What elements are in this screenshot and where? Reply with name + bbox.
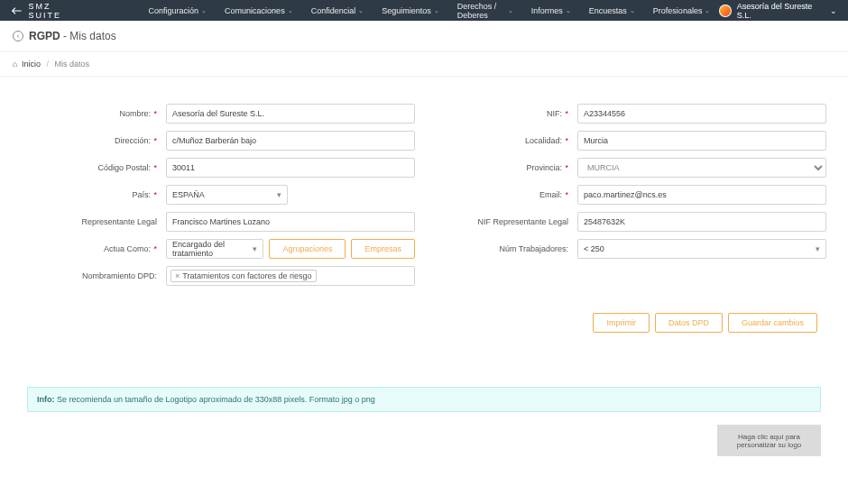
action-bar: Imprimir Datos DPD Guardar cambios [22, 313, 826, 333]
nombre-input[interactable] [166, 104, 415, 124]
info-banner: Info: Se recomienda un tamaño de Logotip… [27, 387, 821, 412]
user-company: Asesoría del Sureste S.L. [737, 2, 825, 20]
nav-item-1[interactable]: Comunicaciones⌄ [216, 2, 302, 20]
direccion-input[interactable] [166, 131, 415, 151]
nav-item-7[interactable]: Profesionales⌄ [644, 2, 720, 20]
rep-input[interactable] [166, 212, 415, 232]
page-header: ‹ RGPD - Mis datos [0, 21, 848, 52]
chevron-down-icon: ⌄ [201, 7, 207, 14]
nav-item-3[interactable]: Seguimientos⌄ [373, 2, 448, 20]
provincia-select[interactable]: MURCIA [577, 158, 826, 178]
agrupaciones-button[interactable]: Agrupaciones [269, 239, 346, 259]
chevron-down-icon: ▾ [277, 190, 281, 199]
nif-input[interactable] [577, 104, 826, 124]
localidad-input[interactable] [577, 131, 826, 151]
nav-item-5[interactable]: Informes⌄ [522, 2, 580, 20]
logo-icon [11, 5, 23, 17]
nav-item-4[interactable]: Derechos / Deberes⌄ [448, 2, 522, 20]
chevron-down-icon: ▾ [816, 244, 820, 253]
empresas-button[interactable]: Empresas [351, 239, 415, 259]
dpd-tag: ×Tratamientos con factores de riesgo [171, 270, 317, 282]
remove-tag-icon[interactable]: × [175, 271, 180, 280]
brand-text: SMZ SUITE [28, 2, 85, 20]
cp-input[interactable] [166, 158, 415, 178]
back-button[interactable]: ‹ [13, 31, 23, 41]
top-nav: SMZ SUITE Configuración⌄Comunicaciones⌄C… [0, 0, 848, 21]
brand: SMZ SUITE [11, 2, 86, 20]
user-menu[interactable]: Asesoría del Sureste S.L. ⌄ [719, 2, 837, 20]
nifrep-input[interactable] [577, 212, 826, 232]
logo-upload[interactable]: Haga clic aquí para personalizar su logo [717, 425, 821, 456]
breadcrumb-current: Mis datos [55, 60, 90, 69]
chevron-down-icon: ⌄ [508, 7, 513, 14]
numtrab-select[interactable]: < 250▾ [577, 239, 826, 259]
imprimir-button[interactable]: Imprimir [593, 313, 650, 333]
page-title: RGPD - Mis datos [29, 30, 116, 42]
chevron-down-icon: ⌄ [288, 7, 293, 14]
breadcrumb-home[interactable]: Inicio [22, 60, 41, 69]
breadcrumb: ⌂ Inicio / Mis datos [0, 52, 848, 77]
chevron-down-icon: ⌄ [705, 7, 710, 14]
avatar-icon [719, 5, 731, 17]
nav-item-2[interactable]: Confidencial⌄ [302, 2, 373, 20]
pais-select[interactable]: ESPAÑA▾ [166, 185, 288, 205]
actua-select[interactable]: Encargado del tratamiento▾ [166, 239, 263, 259]
dpd-tags[interactable]: ×Tratamientos con factores de riesgo [166, 266, 415, 286]
chevron-down-icon: ⌄ [358, 7, 364, 14]
chevron-down-icon: ▾ [253, 244, 257, 253]
nav-item-0[interactable]: Configuración⌄ [140, 2, 217, 20]
guardar-button[interactable]: Guardar cambios [728, 313, 817, 333]
home-icon[interactable]: ⌂ [13, 60, 17, 69]
chevron-down-icon: ⌄ [434, 7, 439, 14]
chevron-down-icon: ⌄ [630, 7, 635, 14]
chevron-down-icon: ⌄ [830, 6, 837, 15]
email-input[interactable] [577, 185, 826, 205]
datos-dpd-button[interactable]: Datos DPD [655, 313, 723, 333]
nav-menu: Configuración⌄Comunicaciones⌄Confidencia… [140, 2, 720, 20]
nav-item-6[interactable]: Encuestas⌄ [580, 2, 644, 20]
chevron-down-icon: ⌄ [566, 7, 571, 14]
